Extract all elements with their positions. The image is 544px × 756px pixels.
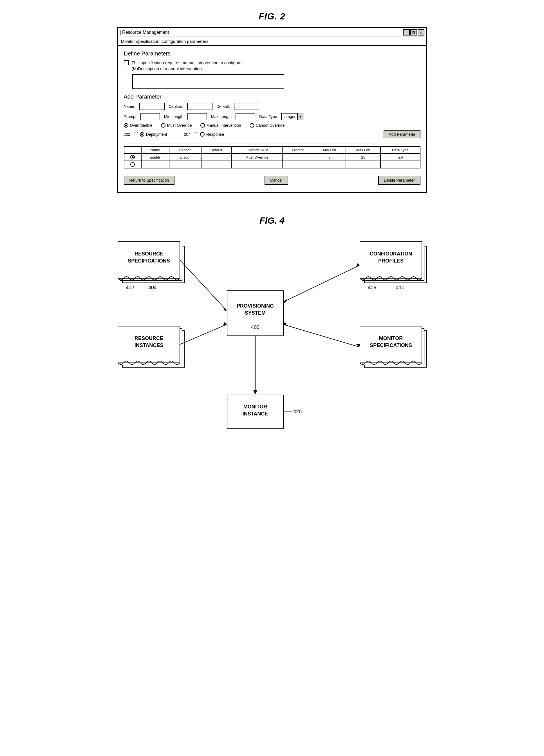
define-params-title: Define Parameters [124,50,420,57]
ref-402: 402 [126,285,134,290]
table-row[interactable]: ipaddr ip addr Must Override 8 25 text [124,154,420,161]
row2-radio[interactable] [124,161,142,168]
manual-intervention-checkbox[interactable] [124,60,129,65]
col-header-name: Name [141,146,169,154]
must-override-radio-outer [161,123,166,128]
row1-min-len: 8 [313,154,346,161]
response-item: 204 ⌒ Response [184,132,224,137]
table-row[interactable] [124,161,420,168]
window-title: | Resource Management [120,30,169,35]
cannot-override-label: Cannot Override [256,123,285,128]
row2-default [201,161,232,168]
row1-max-len: 25 [346,154,380,161]
deployment-radio-outer [140,132,144,137]
svg-line-19 [283,324,359,347]
resource-instances-label2: INSTANCES [134,343,163,348]
row1-caption: ip addr [169,154,201,161]
minimize-button[interactable]: _ [403,29,410,35]
arrow-res-inst-to-prov [223,322,227,325]
return-to-spec-button[interactable]: Return to Specification [124,176,175,185]
window-controls: _ ⧉ × [403,29,424,35]
row1-radio-btn [130,155,135,159]
overrideable-label: Overrideable [130,123,153,128]
close-button[interactable]: × [418,29,424,35]
ref-406: 406 [368,285,376,290]
col-header-override-rule: Override Rule [231,146,282,154]
resource-management-window: | Resource Management _ ⧉ × Monitor spec… [117,27,427,193]
arrow-res-spec-to-prov [223,307,227,311]
ref-404: 404 [148,285,157,290]
row2-min-len [313,161,346,168]
add-parameter-button[interactable]: Add Parameter [383,130,420,138]
svg-line-18 [283,265,359,302]
manual-intervention-radio[interactable]: Manual Intervention [200,123,241,128]
response-radio[interactable]: Response [200,132,224,137]
data-type-label: Data Type [259,114,277,119]
manual-intervention-row: This specification requires manual inter… [124,60,420,72]
max-length-input[interactable] [236,113,255,120]
overrideable-radio-inner [125,124,127,126]
window-content: Define Parameters This specification req… [118,46,426,192]
delete-param-button[interactable]: Delete Parameter [378,176,420,185]
min-length-input[interactable] [188,113,207,120]
svg-line-16 [180,260,227,310]
data-type-dropdown-arrow[interactable]: ▼ [297,113,303,120]
deployment-radio[interactable]: Deployment [140,132,167,137]
cannot-override-radio-outer [250,123,254,128]
overrideable-radio[interactable]: Overrideable [124,123,153,128]
default-input[interactable] [234,103,259,110]
resource-specs-label2: SPECIFICATIONS [128,258,170,264]
arrow-prov-to-monspec1 [283,322,287,326]
parameter-table: Name Caption Default Override Rule Promp… [124,146,420,168]
prov-system-label: PROVISIONING [237,303,273,309]
row1-prompt [282,154,313,161]
caption-input[interactable] [187,103,213,110]
prov-system-label2: SYSTEM [245,310,266,316]
default-label: Default: [217,104,230,109]
ref-410: 410 [396,285,404,290]
row1-radio-inner [132,156,134,158]
ref-420: 420 [293,409,302,414]
deployment-label: Deployment [146,132,167,137]
must-override-radio[interactable]: Must Override [161,123,192,128]
window-subtitle: Monitor specification: configuration par… [118,37,426,46]
add-param-title: Add Parameter [124,94,420,100]
col-header-prompt: Prompt [282,146,313,154]
description-input[interactable] [132,74,284,89]
col-header-max-len: Max Len [346,146,380,154]
cancel-button[interactable]: Cancel [265,176,288,185]
resource-instances-label: RESOURCE [134,335,163,341]
max-length-label: Max Length [211,114,232,119]
override-radio-group: Overrideable Must Override Manual Interv… [124,123,420,128]
row1-radio[interactable] [124,154,142,161]
maximize-button[interactable]: ⧉ [410,29,417,35]
monitor-specs-label2: SPECIFICATIONS [370,343,412,348]
row2-prompt [282,161,313,168]
deployment-radio-inner [141,134,143,135]
row2-caption [169,161,201,168]
row2-name [141,161,169,168]
row2-override-rule [231,161,282,168]
window-titlebar: | Resource Management _ ⧉ × [118,28,426,37]
ref-400: 400 [251,324,259,330]
resource-specs-label: RESOURCE [134,251,163,257]
min-length-label: Min Length [164,114,184,119]
cannot-override-radio[interactable]: Cannot Override [250,123,285,128]
row2-max-len [346,161,380,168]
prompt-input[interactable] [141,113,160,120]
svg-line-17 [180,324,227,344]
config-profiles-label2: PROFILES [378,258,403,264]
row2-radio-btn [130,162,135,167]
manual-intervention-radio-label: Manual Intervention [207,123,241,128]
name-input[interactable] [139,103,165,110]
divider [124,143,420,143]
row1-default [201,154,232,161]
response-label: Response [206,132,224,137]
name-label: Name: [124,104,135,109]
deploy-response-row: 202 ⌒ Deployment 204 ⌒ Response Add Para… [124,130,420,138]
fig4-diagram: RESOURCE SPECIFICATIONS 402 404 RESOURCE… [117,240,427,443]
monitor-instance-label2: INSTANCE [242,411,268,417]
deployment-item: 202 ⌒ Deployment [124,132,167,137]
col-header-radio [124,146,142,154]
data-type-select[interactable]: Integer ▼ [281,113,304,120]
